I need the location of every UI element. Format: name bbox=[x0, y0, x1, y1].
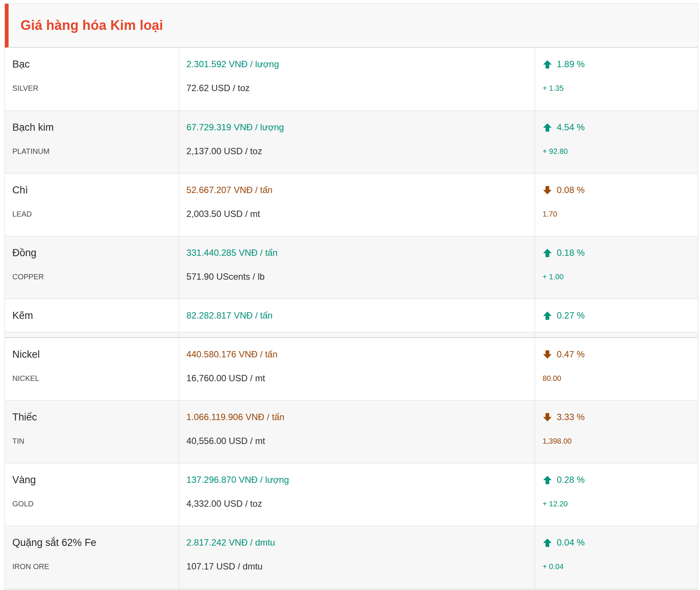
price-cell: 2.817.242 VNĐ / dmtu 107.17 USD / dmtu bbox=[179, 526, 535, 589]
change-cell: 0.27 % bbox=[535, 299, 698, 332]
down-arrow-icon bbox=[543, 185, 552, 195]
table-row: Quặng sắt 62% Fe IRON ORE 2.817.242 VNĐ … bbox=[5, 526, 698, 589]
table-row: Chì LEAD 52.667.207 VNĐ / tấn 2,003.50 U… bbox=[5, 173, 698, 236]
price-usd: 4,332.00 USD / toz bbox=[187, 499, 528, 509]
name-cell: Chì LEAD bbox=[5, 173, 179, 236]
commodity-name-vi: Thiếc bbox=[12, 410, 171, 425]
table-row: Kẽm 82.282.817 VNĐ / tấn 0.27 % bbox=[5, 299, 698, 332]
name-cell: Kẽm bbox=[5, 299, 179, 332]
commodity-name-vi: Đồng bbox=[12, 245, 171, 260]
empty-row bbox=[5, 332, 698, 338]
change-value: + 92.80 bbox=[543, 146, 690, 156]
price-vnd: 67.729.319 VNĐ / lượng bbox=[187, 120, 528, 135]
percent-change: 0.18 % bbox=[557, 245, 585, 260]
percent-line: 0.28 % bbox=[543, 472, 690, 487]
empty-cell bbox=[179, 332, 535, 338]
change-value: + 0.04 bbox=[543, 561, 690, 572]
price-vnd: 1.066.119.906 VNĐ / tấn bbox=[187, 410, 528, 425]
price-vnd: 52.667.207 VNĐ / tấn bbox=[187, 183, 528, 198]
panel-header: Giá hàng hóa Kim loại bbox=[5, 4, 698, 48]
up-arrow-icon bbox=[543, 538, 552, 547]
price-cell: 52.667.207 VNĐ / tấn 2,003.50 USD / mt bbox=[179, 173, 535, 236]
percent-change: 0.28 % bbox=[557, 472, 585, 487]
table-row: Vàng GOLD 137.296.870 VNĐ / lượng 4,332.… bbox=[5, 463, 698, 526]
price-cell: 331.440.285 VNĐ / tấn 571.90 UScents / l… bbox=[179, 236, 535, 299]
price-usd: 72.62 USD / toz bbox=[187, 83, 528, 93]
page: Giá hàng hóa Kim loại Bạc SILVER 2.301.5… bbox=[0, 0, 700, 590]
percent-change: 0.27 % bbox=[557, 308, 585, 323]
price-vnd: 137.296.870 VNĐ / lượng bbox=[187, 472, 528, 487]
change-cell: 4.54 % + 92.80 bbox=[535, 111, 698, 173]
percent-line: 0.08 % bbox=[543, 183, 690, 198]
change-value: + 1.00 bbox=[543, 271, 690, 282]
commodity-name-en: SILVER bbox=[12, 83, 171, 93]
percent-change: 0.08 % bbox=[557, 183, 585, 198]
commodity-name-en: COPPER bbox=[12, 271, 171, 282]
down-arrow-icon bbox=[543, 412, 552, 422]
price-usd: 16,760.00 USD / mt bbox=[187, 373, 528, 384]
price-vnd: 331.440.285 VNĐ / tấn bbox=[187, 245, 528, 260]
empty-cell bbox=[535, 332, 698, 338]
commodity-name-en: TIN bbox=[12, 436, 171, 446]
change-value: 80.00 bbox=[543, 373, 690, 384]
table-row: Nickel NICKEL 440.580.176 VNĐ / tấn 16,7… bbox=[5, 338, 698, 400]
metal-price-table: Bạc SILVER 2.301.592 VNĐ / lượng 72.62 U… bbox=[5, 48, 698, 589]
percent-change: 4.54 % bbox=[557, 120, 585, 135]
price-cell: 2.301.592 VNĐ / lượng 72.62 USD / toz bbox=[179, 48, 535, 111]
price-vnd: 82.282.817 VNĐ / tấn bbox=[187, 308, 528, 323]
table-row: Đồng COPPER 331.440.285 VNĐ / tấn 571.90… bbox=[5, 236, 698, 299]
percent-line: 0.27 % bbox=[543, 308, 690, 323]
change-value: 1,398.00 bbox=[543, 436, 690, 446]
change-cell: 0.47 % 80.00 bbox=[535, 338, 698, 400]
commodity-name-en: NICKEL bbox=[12, 373, 171, 384]
change-value: + 12.20 bbox=[543, 499, 690, 509]
commodity-name-en: IRON ORE bbox=[12, 561, 171, 572]
change-cell: 1.89 % + 1.35 bbox=[535, 48, 698, 111]
change-value: 1.70 bbox=[543, 209, 690, 219]
price-cell: 440.580.176 VNĐ / tấn 16,760.00 USD / mt bbox=[179, 338, 535, 400]
percent-change: 1.89 % bbox=[557, 57, 585, 72]
change-cell: 0.04 % + 0.04 bbox=[535, 526, 698, 589]
percent-line: 1.89 % bbox=[543, 57, 690, 72]
percent-line: 0.47 % bbox=[543, 347, 690, 362]
up-arrow-icon bbox=[543, 248, 552, 258]
name-cell: Nickel NICKEL bbox=[5, 338, 179, 400]
price-usd: 2,137.00 USD / toz bbox=[187, 146, 528, 156]
commodity-name-en: GOLD bbox=[12, 499, 171, 509]
percent-line: 3.33 % bbox=[543, 410, 690, 425]
page-title: Giá hàng hóa Kim loại bbox=[9, 18, 163, 33]
price-vnd: 2.817.242 VNĐ / dmtu bbox=[187, 535, 528, 550]
up-arrow-icon bbox=[543, 59, 552, 69]
change-cell: 0.28 % + 12.20 bbox=[535, 463, 698, 526]
table-row: Bạc SILVER 2.301.592 VNĐ / lượng 72.62 U… bbox=[5, 48, 698, 111]
change-cell: 0.08 % 1.70 bbox=[535, 173, 698, 236]
change-value: + 1.35 bbox=[543, 83, 690, 93]
price-cell: 67.729.319 VNĐ / lượng 2,137.00 USD / to… bbox=[179, 111, 535, 173]
commodity-name-en: PLATINUM bbox=[12, 146, 171, 156]
commodity-name-vi: Chì bbox=[12, 183, 171, 198]
commodity-name-vi: Quặng sắt 62% Fe bbox=[12, 535, 171, 550]
commodity-name-vi: Bạch kim bbox=[12, 120, 171, 135]
price-usd: 40,556.00 USD / mt bbox=[187, 436, 528, 446]
commodity-name-vi: Nickel bbox=[12, 347, 171, 362]
commodity-name-vi: Bạc bbox=[12, 57, 171, 72]
change-cell: 3.33 % 1,398.00 bbox=[535, 400, 698, 463]
price-usd: 571.90 UScents / lb bbox=[187, 271, 528, 282]
price-vnd: 440.580.176 VNĐ / tấn bbox=[187, 347, 528, 362]
price-vnd: 2.301.592 VNĐ / lượng bbox=[187, 57, 528, 72]
name-cell: Bạch kim PLATINUM bbox=[5, 111, 179, 173]
price-cell: 137.296.870 VNĐ / lượng 4,332.00 USD / t… bbox=[179, 463, 535, 526]
change-cell: 0.18 % + 1.00 bbox=[535, 236, 698, 299]
price-usd: 2,003.50 USD / mt bbox=[187, 209, 528, 219]
commodity-name-vi: Kẽm bbox=[12, 308, 171, 323]
price-usd: 107.17 USD / dmtu bbox=[187, 561, 528, 572]
table-row: Bạch kim PLATINUM 67.729.319 VNĐ / lượng… bbox=[5, 111, 698, 173]
name-cell: Quặng sắt 62% Fe IRON ORE bbox=[5, 526, 179, 589]
up-arrow-icon bbox=[543, 475, 552, 485]
commodity-price-panel: Giá hàng hóa Kim loại Bạc SILVER 2.301.5… bbox=[4, 3, 698, 590]
up-arrow-icon bbox=[543, 311, 552, 320]
name-cell: Đồng COPPER bbox=[5, 236, 179, 299]
price-cell: 1.066.119.906 VNĐ / tấn 40,556.00 USD / … bbox=[179, 400, 535, 463]
percent-line: 4.54 % bbox=[543, 120, 690, 135]
percent-line: 0.18 % bbox=[543, 245, 690, 260]
